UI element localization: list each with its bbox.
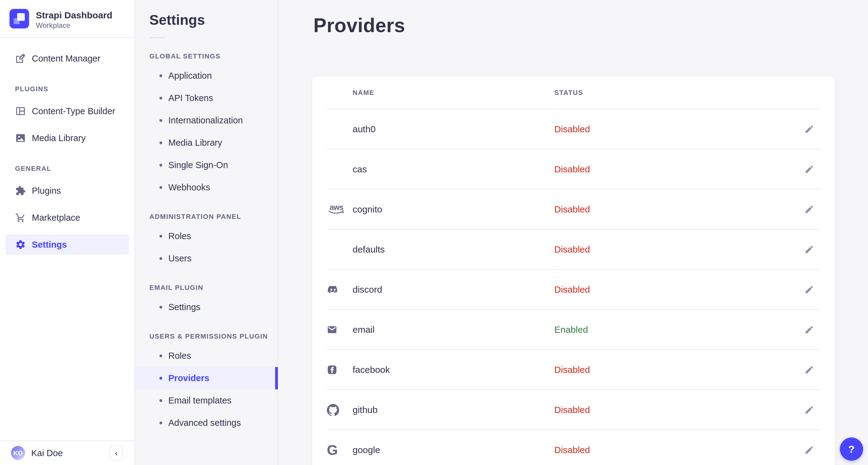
subnav-item-roles[interactable]: Roles xyxy=(135,225,277,247)
provider-status: Disabled xyxy=(554,405,803,415)
pencil-icon xyxy=(804,205,814,214)
subnav-item-providers[interactable]: Providers xyxy=(135,367,278,390)
github-icon xyxy=(327,404,352,416)
settings-subnav: Settings GLOBAL SETTINGS Application API… xyxy=(135,0,278,465)
pencil-icon xyxy=(804,365,814,375)
collapse-sidebar-button[interactable]: ‹ xyxy=(110,445,123,461)
column-header-name: NAME xyxy=(352,89,554,97)
pencil-icon xyxy=(804,405,814,415)
bullet-icon xyxy=(159,74,162,77)
content-type-builder-icon xyxy=(15,106,28,116)
provider-name: facebook xyxy=(352,365,554,375)
main-nav: Content Manager PLUGINS Content-Type Bui… xyxy=(0,38,134,440)
subnav-divider xyxy=(149,37,165,38)
provider-status: Disabled xyxy=(554,124,803,134)
edit-provider-button[interactable] xyxy=(803,363,816,376)
pencil-icon xyxy=(804,164,814,174)
subnav-item-application[interactable]: Application xyxy=(135,65,277,87)
subnav-section-label: EMAIL PLUGIN xyxy=(149,284,277,292)
workspace-brand[interactable]: Strapi Dashboard Workplace xyxy=(0,0,134,38)
avatar: KD xyxy=(11,446,25,460)
workspace-title: Strapi Dashboard xyxy=(36,10,112,21)
bullet-icon xyxy=(159,142,162,144)
column-header-status: STATUS xyxy=(554,89,803,97)
subnav-section-label: GLOBAL SETTINGS xyxy=(149,52,277,60)
app-root: Strapi Dashboard Workplace Content Manag… xyxy=(0,0,868,465)
facebook-icon xyxy=(327,365,352,375)
main-content: Providers NAME STATUS auth0 Disabled cas… xyxy=(278,0,868,465)
provider-status: Disabled xyxy=(554,365,803,375)
edit-provider-button[interactable] xyxy=(803,283,816,296)
provider-row-cas: cas Disabled xyxy=(327,149,820,189)
help-button[interactable]: ? xyxy=(840,437,863,461)
subnav-item-internationalization[interactable]: Internationalization xyxy=(135,109,277,132)
discord-icon xyxy=(327,283,352,296)
subnav-item-api-tokens[interactable]: API Tokens xyxy=(135,87,277,109)
page-title: Providers xyxy=(278,0,868,37)
table-header: NAME STATUS xyxy=(327,76,820,109)
provider-name: cognito xyxy=(352,204,554,215)
strapi-logo-icon xyxy=(9,9,29,28)
provider-name: defaults xyxy=(352,244,554,255)
providers-table-card: NAME STATUS auth0 Disabled cas Disabled xyxy=(312,76,835,465)
main-sidebar: Strapi Dashboard Workplace Content Manag… xyxy=(0,0,135,465)
edit-provider-button[interactable] xyxy=(803,403,816,416)
provider-status: Disabled xyxy=(554,445,803,455)
user-name: Kai Doe xyxy=(31,448,110,458)
provider-name: email xyxy=(352,324,554,335)
subnav-item-webhooks[interactable]: Webhooks xyxy=(135,176,277,199)
provider-status: Disabled xyxy=(554,204,803,215)
pencil-icon xyxy=(804,124,814,134)
bullet-icon xyxy=(159,97,162,99)
edit-provider-button[interactable] xyxy=(803,243,816,256)
provider-status: Disabled xyxy=(554,244,803,255)
edit-provider-button[interactable] xyxy=(803,323,816,336)
bullet-icon xyxy=(159,186,162,189)
sidebar-item-content-manager[interactable]: Content Manager xyxy=(5,49,129,69)
edit-provider-button[interactable] xyxy=(803,443,816,457)
bullet-icon xyxy=(159,257,162,260)
pencil-icon xyxy=(804,245,814,254)
provider-row-facebook: facebook Disabled xyxy=(327,350,820,390)
pencil-icon xyxy=(804,285,814,294)
chevron-left-icon: ‹ xyxy=(115,449,118,457)
provider-row-google: G google Disabled xyxy=(327,430,820,465)
table-body: auth0 Disabled cas Disabled aws cognito … xyxy=(312,109,835,465)
sidebar-item-content-type-builder[interactable]: Content-Type Builder xyxy=(5,101,129,121)
media-library-icon xyxy=(15,133,28,143)
subnav-item-single-sign-on[interactable]: Single Sign-On xyxy=(135,154,277,176)
provider-status: Enabled xyxy=(554,324,803,335)
sidebar-item-settings[interactable]: Settings xyxy=(5,235,129,255)
sidebar-item-plugins[interactable]: Plugins xyxy=(5,181,129,201)
subnav-item-roles[interactable]: Roles xyxy=(135,345,277,367)
sidebar-item-marketplace[interactable]: Marketplace xyxy=(5,208,129,228)
sidebar-section-label: PLUGINS xyxy=(5,85,129,93)
email-icon xyxy=(327,324,352,335)
provider-name: cas xyxy=(352,164,554,175)
subnav-section-label: ADMINISTRATION PANEL xyxy=(149,213,277,221)
provider-name: google xyxy=(352,445,554,455)
subnav-item-advanced-settings[interactable]: Advanced settings xyxy=(135,412,277,434)
sidebar-footer: KD Kai Doe ‹ xyxy=(0,440,134,465)
subnav-item-media-library[interactable]: Media Library xyxy=(135,132,277,154)
marketplace-icon xyxy=(15,212,28,223)
edit-provider-button[interactable] xyxy=(803,162,816,176)
subnav-item-settings[interactable]: Settings xyxy=(135,296,277,318)
subnav-title: Settings xyxy=(149,12,277,28)
content-manager-icon xyxy=(15,53,28,64)
sidebar-item-media-library[interactable]: Media Library xyxy=(5,128,129,148)
subnav-section-label: USERS & PERMISSIONS PLUGIN xyxy=(149,333,277,340)
subnav-item-email-templates[interactable]: Email templates xyxy=(135,390,277,412)
bullet-icon xyxy=(159,422,162,424)
subnav-item-users[interactable]: Users xyxy=(135,247,277,270)
edit-provider-button[interactable] xyxy=(803,203,816,216)
edit-provider-button[interactable] xyxy=(803,122,816,136)
provider-row-email: email Enabled xyxy=(327,310,820,350)
settings-icon xyxy=(15,239,28,250)
provider-row-cognito: aws cognito Disabled xyxy=(327,189,820,229)
provider-row-github: github Disabled xyxy=(327,390,820,430)
workspace-subtitle: Workplace xyxy=(36,21,112,30)
provider-row-discord: discord Disabled xyxy=(327,270,820,310)
bullet-icon xyxy=(159,354,162,357)
google-icon: G xyxy=(327,443,352,457)
